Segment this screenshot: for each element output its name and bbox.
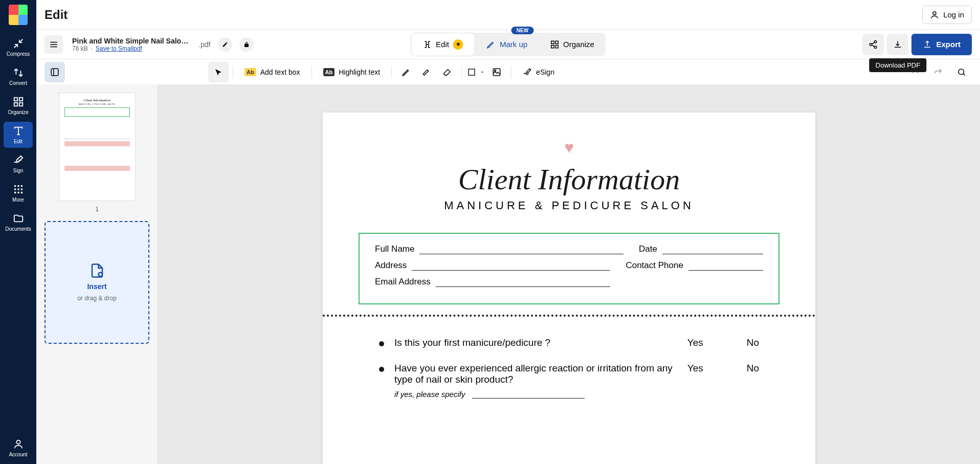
- text-cursor-icon: [422, 40, 432, 49]
- page-canvas[interactable]: ♥ Client Information MANICURE & PEDICURE…: [158, 84, 980, 464]
- svg-point-5: [17, 185, 19, 187]
- pencil-icon: [222, 41, 228, 48]
- file-name: Pink and White Simple Nail Salo…: [72, 37, 188, 45]
- image-tool[interactable]: [486, 62, 507, 82]
- ab-icon: Ab: [244, 68, 256, 76]
- user-icon: [13, 438, 24, 450]
- pdf-page: ♥ Client Information MANICURE & PEDICURE…: [323, 113, 815, 464]
- svg-point-20: [870, 43, 873, 46]
- heart-icon: ♥: [564, 138, 574, 157]
- redo-icon: [933, 68, 943, 77]
- doc-subtitle: MANICURE & PEDICURE SALON: [444, 199, 694, 212]
- insert-page-zone[interactable]: Insert or drag & drop: [44, 221, 149, 344]
- svg-rect-1: [19, 98, 22, 101]
- svg-point-26: [959, 69, 964, 75]
- chevron-down-icon: [480, 70, 485, 75]
- smallpdf-logo[interactable]: [9, 5, 28, 25]
- svg-rect-17: [551, 45, 553, 48]
- svg-point-19: [875, 40, 877, 43]
- eraser-tool[interactable]: [437, 62, 457, 82]
- svg-rect-3: [19, 103, 22, 106]
- svg-point-13: [16, 440, 20, 444]
- question-1: Is this your first manicure/pedicure ?: [394, 337, 687, 348]
- highlight-tool[interactable]: Ab Highlight text: [316, 62, 388, 82]
- svg-point-25: [495, 70, 496, 71]
- search-icon: [957, 68, 966, 77]
- nav-organize[interactable]: Organize: [4, 93, 33, 119]
- rename-button[interactable]: [218, 37, 232, 52]
- shape-tool[interactable]: [466, 62, 486, 82]
- svg-rect-16: [555, 41, 558, 43]
- page-thumbnail-1[interactable]: Client Information MANICURE & PEDICURE S…: [59, 93, 136, 201]
- thumb-page-number: 1: [95, 205, 99, 213]
- download-tooltip: Download PDF: [870, 58, 926, 72]
- svg-rect-15: [551, 41, 553, 43]
- download-icon: [893, 40, 902, 49]
- svg-point-8: [17, 188, 19, 190]
- search-button[interactable]: [951, 62, 972, 82]
- panel-toggle[interactable]: [44, 62, 65, 82]
- sign-icon: [13, 154, 24, 166]
- upload-icon: [923, 40, 932, 49]
- file-extension: .pdf: [198, 40, 210, 49]
- tab-edit[interactable]: Edit ★: [411, 33, 475, 56]
- svg-rect-23: [469, 69, 475, 75]
- svg-point-4: [14, 185, 16, 187]
- pencil-icon: [402, 68, 411, 77]
- export-button[interactable]: Export: [911, 34, 972, 55]
- svg-rect-22: [51, 69, 58, 76]
- tab-organize[interactable]: Organize: [539, 33, 606, 56]
- svg-rect-18: [555, 45, 558, 48]
- save-link[interactable]: Save to Smallpdf: [96, 45, 142, 52]
- hamburger-menu[interactable]: [44, 35, 63, 54]
- nav-edit[interactable]: Edit: [4, 122, 33, 148]
- pen-icon: [486, 40, 496, 49]
- lock-button[interactable]: [239, 37, 254, 52]
- edit-text-icon: [13, 125, 24, 137]
- nav-compress[interactable]: Compress: [4, 34, 33, 60]
- folder-icon: [13, 213, 24, 224]
- organize-icon: [13, 96, 24, 107]
- share-button[interactable]: [862, 34, 884, 55]
- pen-tool[interactable]: [396, 62, 416, 82]
- nav-account[interactable]: Account: [4, 435, 33, 461]
- nav-sign[interactable]: Sign: [4, 151, 33, 177]
- eraser-icon: [442, 68, 452, 77]
- tab-markup[interactable]: NEW Mark up: [475, 33, 539, 56]
- login-button[interactable]: Log in: [922, 6, 972, 24]
- grid-icon: [13, 184, 24, 195]
- esign-tool[interactable]: eSign: [516, 62, 562, 82]
- nav-convert[interactable]: Convert: [4, 63, 33, 90]
- nav-more[interactable]: More: [4, 180, 33, 206]
- client-info-box: Full Name Date Address Contact Phone Ema…: [359, 233, 779, 304]
- grid-icon: [550, 40, 559, 49]
- compress-icon: [13, 38, 24, 49]
- svg-point-10: [14, 192, 16, 194]
- doc-title: Client Information: [458, 162, 680, 196]
- add-file-icon: [90, 263, 105, 278]
- menu-icon: [49, 40, 58, 49]
- marker-tool[interactable]: [416, 62, 437, 82]
- svg-rect-2: [14, 103, 17, 106]
- new-badge: NEW: [511, 27, 533, 34]
- svg-point-9: [20, 188, 23, 190]
- question-2: Have you ever experienced allergic react…: [394, 363, 687, 399]
- square-icon: [467, 68, 476, 76]
- redo-button[interactable]: [928, 62, 948, 82]
- svg-point-6: [20, 185, 23, 187]
- user-icon: [930, 10, 939, 19]
- cursor-icon: [214, 68, 223, 77]
- svg-point-7: [14, 188, 16, 190]
- convert-icon: [13, 67, 24, 78]
- marker-icon: [422, 68, 431, 77]
- signature-icon: [523, 68, 532, 77]
- nav-documents[interactable]: Documents: [4, 209, 33, 235]
- share-icon: [868, 40, 878, 49]
- svg-point-11: [17, 192, 19, 194]
- add-text-tool[interactable]: Ab Add text box: [237, 62, 307, 82]
- lock-icon: [243, 41, 250, 48]
- download-button[interactable]: Download PDF: [887, 34, 908, 55]
- svg-point-12: [20, 192, 23, 194]
- select-tool[interactable]: [208, 62, 229, 82]
- panel-icon: [50, 68, 59, 77]
